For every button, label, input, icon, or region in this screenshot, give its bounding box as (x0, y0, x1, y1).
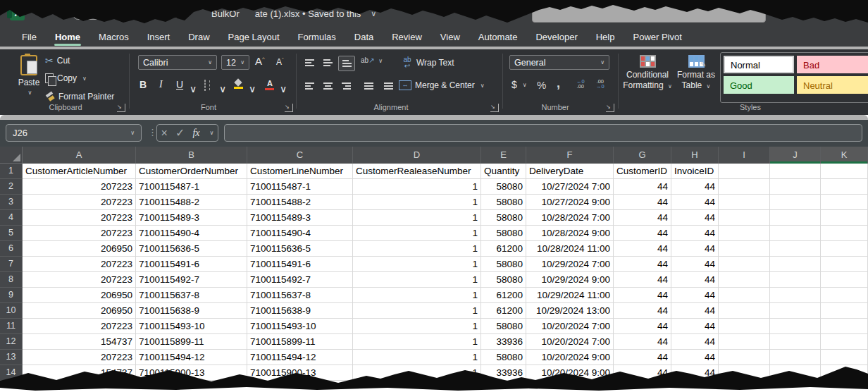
cell-B11[interactable]: 7100115493-10 (136, 319, 247, 334)
cell-D10[interactable]: 1 (353, 303, 481, 319)
cell-J14[interactable] (770, 365, 821, 381)
column-header-G[interactable]: G (614, 147, 671, 164)
align-right-button[interactable] (338, 79, 354, 93)
cell-A2[interactable]: 207223 (23, 179, 136, 195)
cell-F6[interactable]: 10/28/2024 11:00 (526, 241, 614, 257)
autosave-toggle[interactable] (73, 11, 104, 20)
cell-E9[interactable]: 61200 (481, 288, 526, 303)
cell-E11[interactable]: 58080 (481, 319, 526, 334)
tab-insert[interactable]: Insert (138, 28, 180, 47)
cell-H8[interactable]: 44 (671, 272, 719, 288)
cell-I6[interactable] (719, 241, 770, 257)
format-painter-button[interactable]: Format Painter (45, 92, 114, 102)
style-neutral[interactable]: Neutral (797, 76, 868, 94)
paste-dropdown-icon[interactable]: ∨ (28, 90, 32, 96)
cell-A7[interactable]: 207223 (23, 257, 136, 272)
clipboard-dialog-launcher[interactable]: ↘ (117, 104, 125, 112)
cell-C4[interactable]: 7100115489-3 (247, 210, 353, 226)
align-left-button[interactable] (302, 79, 317, 93)
cell-H9[interactable]: 44 (671, 288, 719, 303)
row-header-7[interactable]: 7 (0, 257, 23, 272)
cell-D5[interactable]: 1 (353, 226, 481, 241)
underline-dropdown-icon[interactable]: ∨ (190, 83, 197, 94)
cell-C1[interactable]: CustomerLineNumber (247, 164, 353, 179)
cell-G1[interactable]: CustomerID (614, 164, 671, 179)
increase-indent-button[interactable] (380, 79, 396, 93)
row-header-5[interactable]: 5 (0, 226, 23, 241)
tab-automate[interactable]: Automate (469, 28, 527, 47)
cell-E4[interactable]: 58080 (481, 210, 526, 226)
cell-C13[interactable]: 7100115494-12 (247, 350, 353, 365)
cell-I9[interactable] (719, 288, 770, 303)
cell-F2[interactable]: 10/27/2024 7:00 (526, 179, 614, 195)
tab-macros[interactable]: Macros (89, 28, 138, 47)
italic-button[interactable]: I (159, 79, 163, 90)
column-header-E[interactable]: E (481, 147, 526, 164)
column-header-K[interactable]: K (821, 147, 868, 164)
row-header-4[interactable]: 4 (0, 210, 23, 226)
cell-D11[interactable]: 1 (353, 319, 481, 334)
orientation-button[interactable]: ab↗ ∨ (361, 56, 383, 64)
cell-C7[interactable]: 7100115491-6 (247, 257, 353, 272)
column-header-D[interactable]: D (353, 147, 481, 164)
wrap-text-button[interactable]: ab↩ Wrap Text (402, 56, 454, 69)
row-header-14[interactable]: 14 (0, 365, 23, 381)
row-header-6[interactable]: 6 (0, 241, 23, 257)
cell-B4[interactable]: 7100115489-3 (136, 210, 247, 226)
cell-B12[interactable]: 7100115899-11 (136, 334, 247, 350)
percent-style-button[interactable]: % (537, 79, 546, 91)
merge-center-button[interactable]: ↔ Merge & Center ∨ (399, 80, 485, 90)
underline-button[interactable]: U (176, 79, 183, 90)
cell-K3[interactable] (821, 195, 868, 210)
row-header-10[interactable]: 10 (0, 303, 23, 319)
cell-H4[interactable]: 44 (671, 210, 719, 226)
cell-G4[interactable]: 44 (614, 210, 671, 226)
middle-align-button[interactable] (320, 56, 335, 70)
cell-E5[interactable]: 58080 (481, 226, 526, 241)
tab-draw[interactable]: Draw (179, 28, 218, 47)
increase-decimal-button[interactable]: ←0.00 (576, 79, 585, 89)
font-color-dropdown-icon[interactable]: ∨ (280, 83, 287, 94)
font-name-select[interactable]: Calibri∨ (138, 55, 217, 70)
cell-K14[interactable] (821, 365, 868, 381)
accounting-format-button[interactable]: $∨ (512, 79, 527, 90)
cell-I14[interactable] (719, 365, 770, 381)
cut-button[interactable]: ✂ Cut (45, 55, 70, 66)
cell-I4[interactable] (719, 210, 770, 226)
cell-J7[interactable] (770, 257, 821, 272)
tab-power-pivot[interactable]: Power Pivot (624, 28, 690, 47)
fill-color-dropdown-icon[interactable]: ∨ (249, 83, 256, 94)
enter-button[interactable]: ✓ (175, 126, 185, 140)
number-format-select[interactable]: General∨ (509, 55, 609, 70)
column-header-F[interactable]: F (526, 147, 614, 164)
cell-H11[interactable]: 44 (671, 319, 719, 334)
cell-A11[interactable]: 207223 (23, 319, 136, 334)
cell-J3[interactable] (770, 195, 821, 210)
cell-D14[interactable]: 1 (353, 365, 481, 381)
tab-developer[interactable]: Developer (526, 28, 586, 47)
conditional-formatting-button[interactable]: Conditional Formatting ∨ (623, 54, 672, 92)
cell-G3[interactable]: 44 (614, 195, 671, 210)
cell-F9[interactable]: 10/29/2024 11:00 (526, 288, 614, 303)
cell-A9[interactable]: 206950 (23, 288, 136, 303)
cell-H14[interactable]: 44 (671, 365, 719, 381)
cell-I8[interactable] (719, 272, 770, 288)
cell-K5[interactable] (821, 226, 868, 241)
cell-F10[interactable]: 10/29/2024 13:00 (526, 303, 614, 319)
font-size-select[interactable]: 12∨ (221, 55, 249, 70)
cell-B9[interactable]: 7100115637-8 (136, 288, 247, 303)
cell-E1[interactable]: Quantity (481, 164, 526, 179)
style-bad[interactable]: Bad (797, 56, 868, 73)
cell-B1[interactable]: CustomerOrderNumber (136, 164, 247, 179)
cell-G12[interactable]: 44 (614, 334, 671, 350)
decrease-indent-button[interactable] (361, 79, 376, 93)
row-header-11[interactable]: 11 (0, 319, 23, 334)
tab-file[interactable]: File (13, 28, 46, 47)
borders-dropdown-icon[interactable]: ∨ (219, 83, 226, 94)
cell-K6[interactable] (821, 241, 868, 257)
cell-I5[interactable] (719, 226, 770, 241)
row-header-8[interactable]: 8 (0, 272, 23, 288)
cell-J2[interactable] (770, 179, 821, 195)
cell-D2[interactable]: 1 (353, 179, 481, 195)
title-chevron-icon[interactable]: ∨ (371, 9, 376, 18)
